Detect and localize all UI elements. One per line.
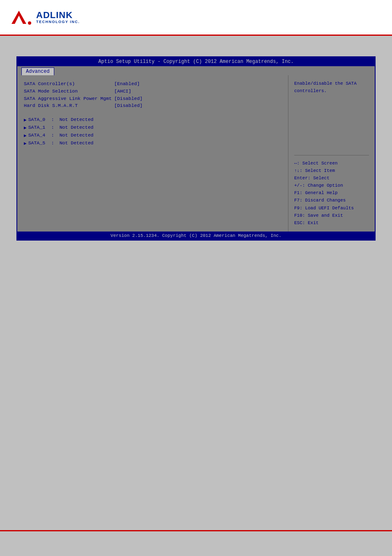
key-f7: F7: Discard Changes — [294, 197, 369, 204]
key-f10: F10: Save and Exit — [294, 212, 369, 219]
tab-advanced[interactable]: Advanced — [21, 67, 54, 75]
bios-left-panel: SATA Controller(s) [Enabled] SATA Mode S… — [17, 75, 288, 232]
setting-label-sata-controller: SATA Controller(s) — [24, 80, 114, 88]
sata-arrow-0: ▶ — [24, 116, 27, 124]
sata-name-1: SATA_1 — [28, 124, 51, 132]
logo-text: ADLINK TECHNOLOGY INC. — [36, 10, 80, 24]
main-content: Aptio Setup Utility - Copyright (C) 2012… — [0, 36, 392, 261]
bios-keys: ↔: Select Screen ↑↓: Select Item Enter: … — [294, 160, 369, 227]
sata-row-4[interactable]: ▶ SATA_4 : Not Detected — [24, 132, 281, 139]
sata-colon-5: : — [51, 139, 60, 147]
key-select-screen: ↔: Select Screen — [294, 160, 369, 167]
key-change-option: +/-: Change Option — [294, 182, 369, 189]
sata-status-4: Not Detected — [60, 132, 94, 139]
setting-value-smart: [Disabled] — [114, 102, 143, 109]
footer-line — [0, 530, 392, 531]
logo: ADLINK TECHNOLOGY INC. — [12, 7, 80, 27]
bios-title: Aptio Setup Utility - Copyright (C) 2012… — [98, 59, 293, 65]
setting-value-sata-aggressive: [Disabled] — [114, 95, 143, 102]
sata-status-0: Not Detected — [60, 116, 94, 124]
setting-label-sata-aggressive: SATA Aggressive Link Power Mgmt — [24, 95, 114, 102]
adlink-logo-icon — [12, 7, 33, 27]
sata-arrow-1: ▶ — [24, 124, 27, 132]
setting-row-sata-aggressive[interactable]: SATA Aggressive Link Power Mgmt [Disable… — [24, 95, 281, 102]
key-enter: Enter: Select — [294, 174, 369, 182]
bios-screen: Aptio Setup Utility - Copyright (C) 2012… — [16, 56, 376, 241]
bios-content: SATA Controller(s) [Enabled] SATA Mode S… — [17, 75, 375, 232]
bios-right-panel: Enable/disable the SATA controllers. ↔: … — [288, 75, 375, 232]
bios-help-text: Enable/disable the SATA controllers. — [294, 80, 369, 151]
setting-row-sata-mode[interactable]: SATA Mode Selection [AHCI] — [24, 88, 281, 95]
sata-row-5[interactable]: ▶ SATA_5 : Not Detected — [24, 139, 281, 147]
sata-name-0: SATA_0 — [28, 116, 51, 124]
setting-value-sata-mode: [AHCI] — [114, 88, 131, 95]
bios-version: Version 2.15.1234. Copyright (C) 2012 Am… — [111, 233, 281, 238]
setting-row-smart[interactable]: Hard Disk S.M.A.R.T [Disabled] — [24, 102, 281, 109]
key-f1: F1: General Help — [294, 189, 369, 197]
settings-section: SATA Controller(s) [Enabled] SATA Mode S… — [24, 80, 281, 109]
setting-label-smart: Hard Disk S.M.A.R.T — [24, 102, 114, 109]
key-select-item: ↑↓: Select Item — [294, 167, 369, 174]
sata-name-5: SATA_5 — [28, 139, 51, 147]
bios-title-bar: Aptio Setup Utility - Copyright (C) 2012… — [17, 57, 375, 66]
sata-arrow-5: ▶ — [24, 140, 27, 147]
logo-subtitle: TECHNOLOGY INC. — [36, 20, 80, 24]
key-f9: F9: Load UEFI Defaults — [294, 204, 369, 212]
sata-devices-section: ▶ SATA_0 : Not Detected ▶ SATA_1 : Not D… — [24, 116, 281, 147]
sata-row-1[interactable]: ▶ SATA_1 : Not Detected — [24, 124, 281, 132]
bios-bottom-bar: Version 2.15.1234. Copyright (C) 2012 Am… — [17, 232, 375, 240]
sata-colon-4: : — [51, 132, 60, 139]
sata-status-1: Not Detected — [60, 124, 94, 132]
sata-colon-1: : — [51, 124, 60, 132]
setting-label-sata-mode: SATA Mode Selection — [24, 88, 114, 95]
svg-point-2 — [28, 21, 31, 25]
header: ADLINK TECHNOLOGY INC. — [0, 0, 392, 35]
sata-status-5: Not Detected — [60, 139, 94, 147]
bios-tab-bar: Advanced — [17, 66, 375, 75]
setting-value-sata-controller: [Enabled] — [114, 80, 140, 88]
logo-adlink: ADLINK — [36, 10, 80, 20]
sata-arrow-4: ▶ — [24, 132, 27, 139]
sata-colon-0: : — [51, 116, 60, 124]
sata-name-4: SATA_4 — [28, 132, 51, 139]
setting-row-sata-controller[interactable]: SATA Controller(s) [Enabled] — [24, 80, 281, 88]
key-esc: ESC: Exit — [294, 219, 369, 227]
bios-divider — [294, 155, 369, 155]
sata-row-0[interactable]: ▶ SATA_0 : Not Detected — [24, 116, 281, 124]
